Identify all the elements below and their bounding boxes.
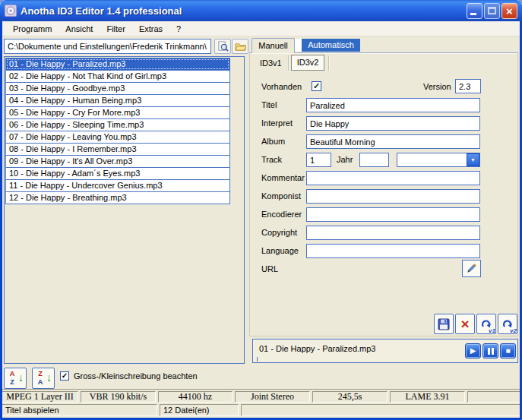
chevron-down-icon: ▼ — [470, 157, 476, 163]
copy-to-v1-button[interactable]: v1 — [476, 314, 496, 334]
menu-filter[interactable]: Filter — [100, 23, 131, 35]
search-files-button[interactable] — [214, 39, 231, 54]
subtab-id3v2[interactable]: ID3v2 — [291, 55, 324, 71]
status-info-cell: 245,5s — [312, 391, 388, 403]
open-folder-button[interactable] — [232, 39, 248, 54]
sort-za-icon: ZA — [36, 370, 44, 387]
track-label: Track — [261, 155, 282, 164]
titel-field[interactable] — [306, 98, 480, 112]
app-window: Anotha ID3 Editor 1.4 professional × Pro… — [0, 0, 522, 420]
player-panel: 01 - Die Happy - Paralized.mp3 ▶ ■ — [252, 339, 518, 363]
status-file-count: 12 Datei(en) — [160, 404, 239, 416]
menu-bar: Programm Ansicht Filter Extras ? — [2, 21, 520, 36]
case-sensitive-label: Gross-/Kleinschreibung beachten — [74, 371, 198, 381]
copyright-field[interactable] — [306, 226, 480, 240]
status-bar: Titel abspielen 12 Datei(en) — [0, 403, 522, 418]
vorhanden-checkbox[interactable]: ✓ — [312, 81, 321, 91]
play-button[interactable]: ▶ — [465, 343, 481, 358]
maximize-icon — [488, 7, 496, 14]
list-item[interactable]: 10 - Die Happy - Adam´s Eyes.mp3 — [5, 167, 230, 180]
copyright-label: Copyright — [261, 228, 297, 237]
album-field[interactable] — [306, 134, 480, 149]
v1-label: v1 — [489, 327, 495, 334]
v2-label: v2 — [510, 327, 517, 334]
tab-automatisch[interactable]: Automatisch — [302, 39, 360, 52]
minimize-icon — [470, 13, 476, 15]
list-item[interactable]: 05 - Die Happy - Cry For More.mp3 — [5, 106, 230, 119]
interpret-field[interactable] — [306, 116, 480, 131]
status-info-cell: MPEG 1 Layer III — [2, 391, 78, 403]
case-sensitive-checkbox[interactable]: ✓ — [60, 371, 69, 381]
tag-editor: Manuell Automatisch ID3v1 ID3v2 Vorhande… — [249, 38, 518, 336]
status-info-cell: Joint Stereo — [235, 391, 310, 403]
file-list[interactable]: 01 - Die Happy - Paralized.mp302 - Die H… — [4, 56, 245, 364]
save-icon — [438, 318, 450, 330]
language-label: Language — [261, 246, 299, 255]
seek-slider[interactable] — [257, 357, 258, 362]
jahr-field[interactable] — [359, 153, 389, 167]
pause-icon — [488, 348, 494, 355]
sort-za-button[interactable]: ZA ↓ — [32, 368, 55, 389]
list-item[interactable]: 02 - Die Happy - Not That Kind of Girl.m… — [5, 70, 230, 83]
status-info-cell: 44100 hz — [158, 391, 233, 403]
subtab-id3v1[interactable]: ID3v1 — [260, 57, 289, 70]
language-field[interactable] — [306, 244, 480, 258]
list-item[interactable]: 11 - Die Happy - Undercover Genius.mp3 — [5, 179, 230, 192]
list-item[interactable]: 09 - Die Happy - It's All Over.mp3 — [5, 155, 230, 168]
track-field[interactable] — [306, 153, 331, 167]
stop-button[interactable]: ■ — [500, 343, 516, 358]
delete-tag-button[interactable]: × — [455, 314, 475, 334]
tab-gap — [295, 39, 302, 52]
delete-icon: × — [460, 316, 469, 333]
status-info-cell — [467, 391, 520, 403]
url-label: URL — [261, 264, 278, 273]
list-item[interactable]: 12 - Die Happy - Breathing.mp3 — [5, 191, 230, 204]
current-track-label: 01 - Die Happy - Paralized.mp3 — [259, 344, 375, 353]
window-title: Anotha ID3 Editor 1.4 professional — [21, 5, 467, 17]
save-tag-button[interactable] — [434, 314, 454, 334]
status-empty-cell — [241, 404, 520, 416]
list-item[interactable]: 08 - Die Happy - I Remember.mp3 — [5, 143, 230, 156]
down-arrow-icon: ↓ — [18, 371, 24, 384]
titlebar[interactable]: Anotha ID3 Editor 1.4 professional × — [0, 0, 522, 21]
path-input[interactable] — [4, 39, 211, 54]
komponist-label: Komponist — [261, 191, 301, 201]
komponist-field[interactable] — [306, 189, 480, 204]
status-info-bar: MPEG 1 Layer IIIVBR 190 kbit/s44100 hzJo… — [0, 389, 522, 403]
vorhanden-label: Vorhanden — [261, 82, 302, 91]
list-item[interactable]: 03 - Die Happy - Goodbye.mp3 — [5, 82, 230, 95]
kommentar-field[interactable] — [306, 171, 480, 185]
interpret-label: Interpret — [261, 118, 293, 128]
pencil-icon — [466, 263, 477, 274]
status-info-cell: LAME 3.91 — [390, 391, 465, 403]
close-button[interactable]: × — [501, 3, 517, 19]
edit-url-button[interactable] — [462, 260, 481, 277]
list-item[interactable]: 06 - Die Happy - Sleeping Time.mp3 — [5, 118, 230, 131]
titel-label: Titel — [261, 100, 277, 109]
pause-button[interactable] — [482, 343, 498, 358]
genre-dropdown-button[interactable]: ▼ — [467, 153, 479, 166]
tab-manuell[interactable]: Manuell — [252, 38, 295, 53]
version-label: Version — [423, 82, 451, 91]
kommentar-label: Kommentar — [261, 173, 305, 182]
subtab-separator — [288, 55, 289, 71]
menu-extras[interactable]: Extras — [132, 23, 169, 35]
list-item[interactable]: 01 - Die Happy - Paralized.mp3 — [5, 58, 230, 71]
list-item[interactable]: 07 - Die Happy - Leaving You.mp3 — [5, 131, 230, 144]
copy-to-v2-button[interactable]: v2 — [498, 314, 517, 334]
menu-programm[interactable]: Programm — [6, 23, 59, 35]
sort-az-button[interactable]: AZ ↓ — [4, 368, 27, 389]
app-icon — [5, 5, 17, 17]
sort-az-icon: AZ — [8, 370, 16, 387]
menu-help[interactable]: ? — [169, 23, 188, 35]
menu-ansicht[interactable]: Ansicht — [59, 23, 100, 35]
album-label: Album — [261, 137, 285, 146]
list-item[interactable]: 04 - Die Happy - Human Being.mp3 — [5, 94, 230, 107]
maximize-button[interactable] — [484, 3, 500, 19]
jahr-label: Jahr — [337, 155, 353, 164]
search-files-icon — [217, 41, 229, 52]
version-field[interactable] — [455, 79, 481, 93]
encodierer-field[interactable] — [306, 207, 480, 222]
minimize-button[interactable] — [467, 3, 482, 19]
window-border — [0, 21, 2, 420]
